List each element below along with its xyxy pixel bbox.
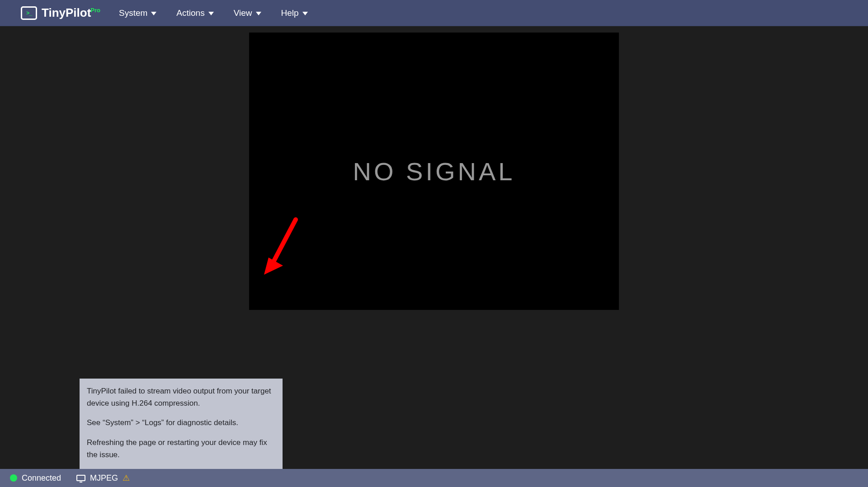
menu-help[interactable]: Help — [281, 8, 308, 18]
tooltip-line-2: See “System” > “Logs” for diagnostic det… — [87, 417, 275, 429]
monitor-icon — [76, 475, 85, 481]
no-signal-text: NO SIGNAL — [353, 157, 515, 186]
menu-view[interactable]: View — [234, 8, 261, 18]
chevron-down-icon — [302, 12, 308, 15]
connection-status-label: Connected — [22, 473, 61, 483]
logo[interactable]: >_ TinyPilotPro — [21, 6, 101, 20]
menu-view-label: View — [234, 8, 252, 18]
logo-icon: >_ — [21, 6, 37, 20]
tooltip-line-1: TinyPilot failed to stream video output … — [87, 385, 275, 409]
stream-mode-label: MJPEG — [90, 473, 118, 483]
chevron-down-icon — [256, 12, 261, 15]
chevron-down-icon — [151, 12, 156, 15]
chevron-down-icon — [208, 12, 214, 15]
menu-help-label: Help — [281, 8, 299, 18]
logo-tier: Pro — [90, 7, 100, 14]
menu-bar: System Actions View Help — [119, 8, 308, 18]
remote-screen[interactable]: NO SIGNAL — [249, 33, 619, 310]
connection-status[interactable]: Connected — [10, 473, 61, 483]
stream-error-tooltip: TinyPilot failed to stream video output … — [80, 379, 283, 469]
stream-status[interactable]: MJPEG ⚠ — [76, 473, 130, 483]
tooltip-line-3: Refreshing the page or restarting your d… — [87, 436, 275, 461]
menu-actions[interactable]: Actions — [176, 8, 213, 18]
menu-system[interactable]: System — [119, 8, 156, 18]
warning-icon: ⚠ — [123, 473, 130, 483]
status-bar: Connected MJPEG ⚠ — [0, 469, 868, 487]
main-area: NO SIGNAL TinyPilot failed to stream vid… — [0, 26, 868, 469]
status-dot-icon — [10, 474, 17, 482]
menu-actions-label: Actions — [176, 8, 204, 18]
navbar: >_ TinyPilotPro System Actions View Help — [0, 0, 868, 26]
logo-text: TinyPilot — [42, 6, 91, 19]
menu-system-label: System — [119, 8, 147, 18]
